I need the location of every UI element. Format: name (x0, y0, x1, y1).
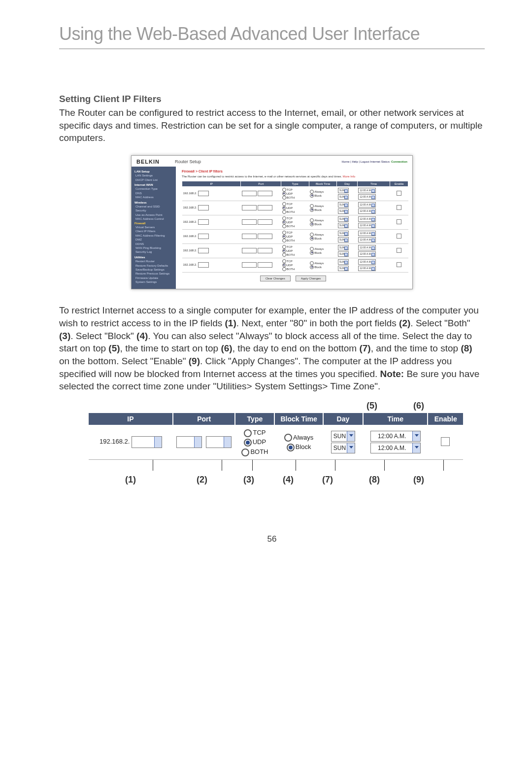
type-tcp-radio[interactable] (282, 231, 286, 235)
type-both-radio[interactable] (282, 267, 286, 271)
day-select[interactable]: SUN (338, 208, 349, 214)
sidebar-item[interactable]: Security (134, 208, 174, 212)
day-select[interactable]: SUN (338, 237, 349, 242)
ip-input[interactable] (198, 205, 209, 210)
block-always-radio[interactable] (310, 190, 314, 194)
sidebar-item[interactable]: MAC Address (134, 195, 174, 199)
type-tcp-radio[interactable] (282, 216, 286, 220)
day-select[interactable]: SUN (338, 223, 349, 228)
day-end-select[interactable]: SUN (331, 443, 355, 453)
enable-checkbox[interactable] (397, 234, 401, 239)
sidebar-item[interactable]: DHCP Client List (134, 178, 174, 182)
sidebar-item[interactable]: Security Log (134, 250, 174, 254)
time-select[interactable]: 12:00 A.M. (358, 208, 376, 214)
time-start-select[interactable]: 12:00 A.M. (370, 431, 421, 442)
port-input[interactable] (242, 219, 257, 225)
block-always-radio[interactable] (310, 204, 314, 208)
type-tcp-radio[interactable] (282, 188, 286, 192)
clear-changes-button[interactable]: Clear Changes (260, 276, 291, 281)
sidebar-item[interactable]: DDNS (134, 242, 174, 246)
day-select[interactable]: SUN (338, 202, 349, 207)
block-always-radio[interactable] (310, 218, 314, 222)
sidebar-item[interactable]: Virtual Servers (134, 225, 174, 229)
port-input[interactable] (258, 205, 272, 210)
day-select[interactable]: SUN (338, 231, 349, 236)
time-end-select[interactable]: 12:00 A.M. (370, 443, 421, 453)
type-both-radio[interactable] (282, 210, 286, 214)
block-always-radio[interactable] (310, 261, 314, 265)
time-select[interactable]: 12:00 A.M. (358, 202, 376, 207)
port-input[interactable] (242, 248, 257, 253)
port-input[interactable] (242, 262, 257, 268)
sidebar-item[interactable]: Save/Backup Settings (134, 268, 174, 272)
sidebar-item[interactable]: Restart Router (134, 259, 174, 263)
type-both-radio[interactable] (282, 253, 286, 257)
type-both-radio[interactable] (282, 224, 286, 228)
type-udp-radio[interactable] (282, 263, 286, 267)
time-select[interactable]: 12:00 A.M. (358, 237, 376, 242)
type-both-radio[interactable] (282, 239, 286, 242)
block-block-radio[interactable] (310, 208, 314, 212)
block-always-radio[interactable] (310, 233, 314, 237)
time-select[interactable]: 12:00 A.M. (358, 223, 376, 228)
time-select[interactable]: 12:00 A.M. (358, 266, 376, 271)
type-udp-radio[interactable] (244, 439, 252, 447)
enable-checkbox[interactable] (441, 437, 450, 446)
enable-checkbox[interactable] (397, 191, 401, 196)
time-select[interactable]: 12:00 A.M. (358, 231, 376, 236)
sidebar-item[interactable]: Use as Access Point (134, 213, 174, 217)
day-select[interactable]: SUN (338, 194, 349, 200)
enable-checkbox[interactable] (397, 219, 401, 224)
time-select[interactable]: 12:00 A.M. (358, 194, 376, 200)
day-select[interactable]: SUN (338, 188, 349, 193)
type-udp-radio[interactable] (282, 192, 286, 196)
port-input-end[interactable] (206, 436, 232, 448)
port-input[interactable] (258, 234, 272, 239)
port-input[interactable] (258, 262, 272, 268)
enable-checkbox[interactable] (397, 248, 401, 253)
sidebar-item[interactable]: Firmware Update (134, 276, 174, 280)
block-block-radio[interactable] (310, 237, 314, 241)
block-block-radio[interactable] (287, 444, 295, 451)
type-tcp-radio[interactable] (282, 245, 286, 249)
port-input-start[interactable] (176, 436, 202, 448)
type-both-radio[interactable] (282, 196, 286, 200)
sidebar-item[interactable]: Restore Previous Settings (134, 272, 174, 276)
type-tcp-radio[interactable] (282, 202, 286, 206)
block-block-radio[interactable] (310, 251, 314, 255)
day-start-select[interactable]: SUN (331, 431, 355, 442)
port-input[interactable] (242, 191, 257, 196)
block-block-radio[interactable] (310, 265, 314, 269)
time-select[interactable]: 12:00 A.M. (358, 188, 376, 193)
port-input[interactable] (242, 205, 257, 210)
ip-input[interactable] (198, 234, 209, 239)
block-always-radio[interactable] (310, 247, 314, 251)
time-select[interactable]: 12:00 A.M. (358, 251, 376, 257)
day-select[interactable]: SUN (338, 245, 349, 250)
block-block-radio[interactable] (310, 222, 314, 226)
block-always-radio[interactable] (284, 434, 292, 442)
type-tcp-radio[interactable] (244, 429, 252, 437)
sidebar-item[interactable]: LAN Settings (134, 173, 174, 177)
type-udp-radio[interactable] (282, 220, 286, 224)
port-input[interactable] (258, 191, 272, 196)
sidebar-item[interactable]: DNS (134, 191, 174, 195)
block-block-radio[interactable] (310, 194, 314, 198)
day-select[interactable]: SUN (338, 251, 349, 257)
port-input[interactable] (258, 248, 272, 253)
time-select[interactable]: 12:00 A.M. (358, 259, 376, 265)
apply-changes-button[interactable]: Apply Changes (296, 276, 327, 281)
sidebar-item[interactable]: System Settings (134, 280, 174, 284)
type-udp-radio[interactable] (282, 206, 286, 210)
type-udp-radio[interactable] (282, 235, 286, 239)
sidebar-active[interactable]: Firewall (134, 221, 174, 225)
enable-checkbox[interactable] (397, 262, 401, 267)
ip-input[interactable] (198, 262, 209, 268)
sidebar-item[interactable]: Channel and SSID (134, 205, 174, 208)
ip-input[interactable] (198, 219, 209, 225)
type-udp-radio[interactable] (282, 249, 286, 253)
sidebar-item[interactable]: MAC Address Filtering (134, 234, 174, 238)
enable-checkbox[interactable] (397, 205, 401, 210)
sidebar-item[interactable]: Connection Type (134, 187, 174, 191)
day-select[interactable]: SUN (338, 266, 349, 271)
